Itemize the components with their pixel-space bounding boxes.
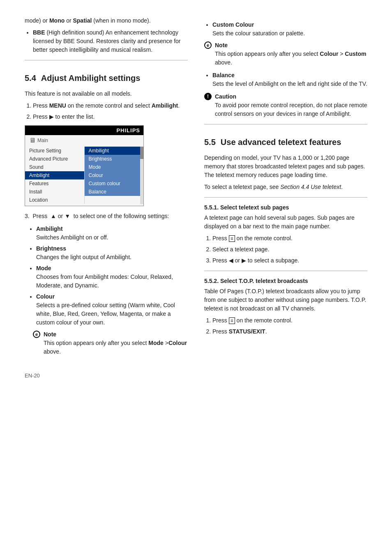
sub2-step2-bold: STATUS/EXIT [229, 328, 265, 335]
bbe-desc: (High definition sound) An enhancement t… [33, 29, 181, 53]
subsection-5-5-2-steps: Press ≡ on the remote control. Press STA… [212, 316, 367, 336]
bbe-bold: BBE [33, 29, 45, 36]
balance-item: Balance Sets the level of Ambilight on t… [212, 71, 367, 88]
tv-menu-scrollbar [140, 147, 143, 204]
subsection-5-5-1-steps: Press ≡ on the remote control. Select a … [212, 234, 367, 265]
note-1-content: Note This option appears only after you … [44, 330, 188, 356]
section-5-4-header: 5.4 Adjust Ambilight settings [25, 66, 188, 86]
note-2-bold2: Custom [345, 51, 366, 57]
intro-text: mode) or Mono or Spatial (when in mono m… [25, 16, 188, 54]
sub1-step-2: Select a teletext page. [212, 245, 367, 254]
sub2-step-1: Press ≡ on the remote control. [212, 316, 367, 325]
menu-right-balance: Balance [85, 188, 141, 196]
sub1-step1-icon: ≡ [229, 235, 235, 242]
section-5-5-link: To select a teletext page, see Section 4… [204, 183, 367, 191]
divider-right-2 [204, 197, 367, 198]
caution-icon: ! [204, 93, 212, 100]
right-top-list: Custom Colour Sets the colour saturation… [212, 21, 367, 38]
menu-item-location: Location [25, 196, 84, 204]
step2-arrow: ▶ [49, 113, 54, 120]
section-5-4-intro: This feature is not available on all mod… [25, 90, 188, 98]
menu-right-ambilight: Ambilight [85, 147, 141, 155]
or-text: or [65, 17, 73, 24]
note-1: e Note This option appears only after yo… [33, 330, 188, 356]
note-1-bold2: Colour [168, 340, 187, 346]
divider-right-1 [204, 124, 367, 124]
note-2-bold1: Colour [320, 51, 338, 57]
subsection-5-5-2-intro: Table Of Pages (T.O.P.) teletext broadca… [204, 287, 367, 313]
setting-colour: Colour Selects a pre-defined colour sett… [36, 292, 188, 327]
note-2-label: Note [215, 42, 228, 48]
tv-menu-right: Ambilight Brightness Mode Colour Custom … [85, 147, 144, 204]
sub1-step2-text: Select a teletext page. [212, 246, 270, 253]
custom-colour-item: Custom Colour Sets the colour saturation… [212, 21, 367, 38]
sub2-step-2: Press STATUS/EXIT. [212, 327, 367, 336]
tv-menu-body: Picture Setting Advanced Picture Sound A… [25, 145, 143, 206]
balance-desc: Sets the level of Ambilight on the left … [212, 80, 367, 87]
tv-menu: PHILIPS 🖥 Main Picture Setting Advanced … [25, 125, 144, 206]
settings-list: Ambilight Switches Ambilight on or off. … [36, 225, 188, 327]
link-pre: To select a teletext page, see [204, 184, 280, 190]
intro-prefix: mode) or [25, 17, 49, 24]
note-2-content: Note This option appears only after you … [215, 41, 367, 67]
step1-cont: on the remote control and select [66, 102, 152, 109]
menu-item-sound: Sound [25, 163, 84, 171]
menu-right-custom-colour: Custom colour [85, 179, 141, 188]
custom-colour-name: Custom Colour [212, 21, 254, 28]
step2-end: to enter the list. [54, 113, 95, 120]
divider-right-3 [204, 271, 367, 271]
caution-text: To avoid poor remote control reception, … [215, 102, 367, 117]
tv-menu-header: PHILIPS [25, 126, 143, 135]
section-5-4-steps: Press MENU on the remote control and sel… [33, 101, 188, 121]
link-text: Section 4.4 Use teletext [280, 184, 341, 190]
balance-name: Balance [212, 72, 235, 78]
sub1-step3-mid: or [233, 257, 242, 264]
menu-right-colour: Colour [85, 171, 141, 179]
sub2-step2-pre: Press [212, 328, 229, 335]
sub1-step1-pre: Press [212, 235, 229, 241]
subsection-5-5-2-number: 5.5.2. [204, 278, 219, 284]
sub2-step1-icon: ≡ [229, 317, 235, 324]
setting-brightness: Brightness Changes the light output of A… [36, 244, 188, 262]
section-5-4-number: 5.4 [25, 74, 36, 83]
step-3: 3. Press ▲ or ▼ to select one of the fol… [25, 212, 188, 221]
mono-suffix: (when in mono mode). [92, 17, 150, 24]
balance-list: Balance Sets the level of Ambilight on t… [212, 71, 367, 88]
sub2-step1-pre: Press [212, 317, 229, 324]
note-1-text: This option appears only after you selec… [44, 340, 187, 355]
step2-pre: Press [33, 113, 49, 120]
sub1-step-1: Press ≡ on the remote control. [212, 234, 367, 243]
menu-item-install: Install [25, 188, 84, 196]
setting-ambilight-name: Ambilight [36, 225, 63, 232]
setting-colour-desc: Selects a pre-defined colour setting (Wa… [36, 302, 175, 326]
setting-mode-desc: Chooses from four Ambilight modes: Colou… [36, 274, 173, 289]
setting-ambilight-desc: Switches Ambilight on or off. [36, 234, 108, 241]
sub1-step3-left: ◀ [229, 257, 233, 264]
section-5-5-number: 5.5 [204, 138, 216, 147]
step3-arrows: ▲ or ▼ [51, 213, 70, 219]
sub2-step2-end: . [265, 328, 267, 335]
step3-pre: Press [32, 213, 49, 219]
step1-menu-bold: MENU [49, 102, 66, 109]
section-5-5-header: 5.5 Use advanced teletext features [204, 130, 367, 150]
left-column: mode) or Mono or Spatial (when in mono m… [25, 16, 188, 360]
step-2: Press ▶ to enter the list. [33, 113, 188, 121]
setting-brightness-desc: Changes the light output of Ambilight. [36, 254, 131, 260]
subsection-5-5-1-intro: A teletext page can hold several sub pag… [204, 214, 367, 231]
menu-right-brightness: Brightness [85, 155, 141, 163]
step1-select-bold: Ambilight [152, 102, 178, 109]
setting-colour-name: Colour [36, 293, 55, 300]
step1-end: . [178, 102, 180, 109]
caution-label: Caution [215, 93, 236, 100]
setting-mode-name: Mode [36, 265, 51, 271]
note-2: e Note This option appears only after yo… [204, 41, 367, 67]
step3-cont: to select one of the following settings: [72, 213, 169, 219]
subsection-5-5-2-title: Select T.O.P. teletext broadcasts [220, 278, 308, 284]
bbe-item: BBE (High definition sound) An enhanceme… [33, 28, 188, 54]
tv-menu-main-label: 🖥 Main [25, 135, 143, 145]
bbe-list: BBE (High definition sound) An enhanceme… [33, 28, 188, 54]
tv-menu-right-items: Ambilight Brightness Mode Colour Custom … [85, 147, 141, 204]
setting-mode: Mode Chooses from four Ambilight modes: … [36, 264, 188, 290]
section-5-5-intro: Depending on model, your TV has a 1,000 … [204, 154, 367, 179]
sub1-step1-end: on the remote control. [235, 235, 293, 241]
